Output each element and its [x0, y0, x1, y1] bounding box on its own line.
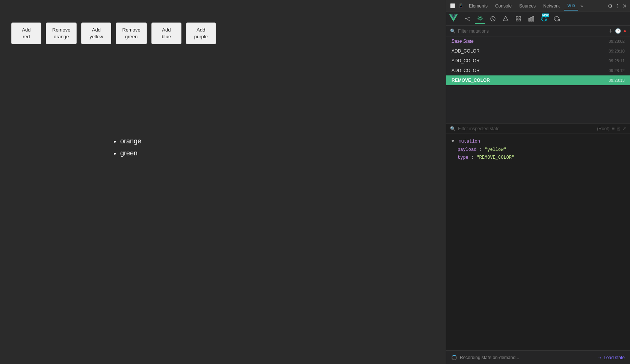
mutation-add-2[interactable]: ADD_COLOR 09:28:11 — [446, 56, 630, 66]
mutation-add-3[interactable]: ADD_COLOR 09:28:12 — [446, 66, 630, 75]
state-root-label: (Root) — [597, 126, 609, 131]
mutation-time-add3: 09:28:12 — [609, 68, 625, 73]
state-search-icon: 🔍 — [450, 126, 456, 131]
state-content: ▼ mutation payload : "yellow" type : "RE… — [446, 134, 630, 350]
add-red-button[interactable]: Addred — [11, 23, 41, 44]
state-search-bar: 🔍 (Root) ≡ ⎘ ⤢ — [446, 123, 630, 134]
mutation-name-add3: ADD_COLOR — [452, 68, 480, 73]
state-section: 🔍 (Root) ≡ ⎘ ⤢ ▼ mutation payload : "yel… — [446, 123, 630, 364]
copy-icon[interactable]: ⎘ — [617, 126, 620, 131]
mutation-tree-node: ▼ mutation payload : "yellow" type : "RE… — [452, 138, 625, 162]
svg-line-3 — [466, 18, 469, 19]
tab-network[interactable]: Network — [540, 2, 563, 10]
payload-value: "yellow" — [485, 147, 506, 152]
responsive-icon[interactable]: 📱 — [458, 3, 464, 9]
tree-arrow-mutation[interactable]: ▼ — [452, 139, 454, 144]
refresh-new-icon[interactable]: NEW — [539, 14, 549, 24]
devtools-more-icon[interactable]: ⋮ — [615, 3, 620, 9]
mutation-name-add2: ADD_COLOR — [452, 58, 480, 63]
vue-logo — [449, 14, 458, 24]
tab-console[interactable]: Console — [492, 2, 515, 10]
svg-point-1 — [468, 17, 470, 18]
mutation-time-add1: 09:28:10 — [609, 49, 625, 53]
load-state-arrow-icon: → — [597, 355, 602, 361]
load-state-button[interactable]: → Load state — [597, 355, 625, 361]
more-tabs-icon[interactable]: » — [580, 3, 583, 9]
devtools-close-icon[interactable]: ✕ — [622, 3, 627, 9]
color-list: orange green — [113, 135, 141, 159]
add-yellow-button[interactable]: Addyellow — [81, 23, 111, 44]
recording-bar: Recording state on-demand... → Load stat… — [446, 350, 630, 364]
svg-point-5 — [479, 17, 481, 19]
svg-rect-8 — [516, 17, 518, 18]
color-item-orange: orange — [120, 135, 141, 147]
settings-icon[interactable] — [513, 14, 524, 24]
type-value: "REMOVE_COLOR" — [476, 155, 514, 160]
inspect-element-icon[interactable]: ⬜ — [449, 3, 456, 9]
record-stop-icon[interactable]: ● — [623, 28, 626, 34]
vue-toolbar: NEW — [446, 12, 630, 26]
remove-orange-button[interactable]: Removeorange — [46, 23, 77, 44]
filter-icon[interactable]: ≡ — [612, 126, 615, 131]
svg-rect-12 — [529, 18, 530, 21]
mutations-toolbar-icons: ⬇ 🕐 ● — [609, 28, 626, 34]
remove-green-button[interactable]: Removegreen — [116, 23, 147, 44]
clock-icon[interactable]: 🕐 — [615, 28, 621, 34]
settings-gear-icon[interactable]: ⚙ — [608, 3, 613, 9]
devtools-panel: ⬜ 📱 Elements Console Sources Network Vue… — [446, 0, 630, 364]
add-blue-button[interactable]: Addblue — [151, 23, 181, 44]
svg-point-2 — [468, 20, 470, 21]
svg-marker-7 — [503, 16, 508, 21]
mutation-add-1[interactable]: ADD_COLOR 09:28:10 — [446, 46, 630, 56]
svg-point-0 — [465, 18, 466, 20]
mutation-name-base: Base State — [452, 39, 474, 44]
router-icon[interactable] — [500, 14, 511, 24]
tab-elements[interactable]: Elements — [466, 2, 491, 10]
svg-rect-14 — [533, 16, 534, 21]
chart-icon[interactable] — [526, 14, 536, 24]
payload-key: payload — [458, 147, 476, 152]
mutation-time-add2: 09:28:11 — [609, 59, 625, 63]
recording-text: Recording state on-demand... — [460, 355, 597, 360]
mutations-search-icon: 🔍 — [450, 29, 456, 34]
mutation-tree-children: payload : "yellow" type : "REMOVE_COLOR" — [452, 146, 625, 162]
state-toolbar-icons: ≡ ⎘ ⤢ — [612, 126, 626, 131]
add-purple-button[interactable]: Addpurple — [186, 23, 216, 44]
svg-rect-13 — [531, 17, 532, 21]
devtools-settings: ⚙ ⋮ ✕ — [608, 3, 627, 9]
mutation-base-state[interactable]: Base State 09:28:02 — [446, 36, 630, 46]
tab-sources[interactable]: Sources — [516, 2, 539, 10]
svg-rect-11 — [516, 19, 518, 21]
mutation-name-add1: ADD_COLOR — [452, 48, 480, 54]
svg-rect-10 — [519, 19, 521, 21]
type-key: type — [458, 155, 468, 160]
svg-rect-9 — [519, 17, 521, 18]
new-badge: NEW — [542, 14, 549, 17]
type-node: type : "REMOVE_COLOR" — [458, 154, 625, 162]
svg-line-4 — [466, 19, 469, 20]
devtools-tab-bar: ⬜ 📱 Elements Console Sources Network Vue… — [446, 0, 630, 12]
mutation-time-base: 09:28:02 — [609, 39, 625, 44]
mutation-name-remove: REMOVE_COLOR — [452, 78, 490, 83]
performance-icon[interactable] — [488, 14, 498, 24]
expand-icon[interactable]: ⤢ — [622, 126, 626, 131]
mutation-key: mutation — [458, 139, 480, 144]
mutations-filter-input[interactable] — [458, 29, 606, 34]
app-area: Addred Removeorange Addyellow Removegree… — [0, 0, 446, 364]
vuex-icon[interactable] — [475, 14, 485, 24]
download-icon[interactable]: ⬇ — [609, 28, 613, 34]
state-filter-input[interactable] — [458, 126, 593, 131]
load-state-label: Load state — [604, 355, 625, 360]
recording-spinner — [452, 355, 457, 360]
mutations-search-bar: 🔍 ⬇ 🕐 ● — [446, 26, 630, 36]
color-item-green: green — [120, 147, 141, 159]
payload-node: payload : "yellow" — [458, 146, 625, 154]
vue-refresh-icon[interactable] — [551, 14, 562, 24]
mutation-time-remove: 09:28:13 — [609, 78, 625, 83]
tab-vue[interactable]: Vue — [564, 2, 578, 11]
mutation-remove-selected[interactable]: REMOVE_COLOR 09:28:13 — [446, 75, 630, 85]
mutations-section: 🔍 ⬇ 🕐 ● Base State 09:28:02 ADD_COLOR 09… — [446, 26, 630, 123]
button-row: Addred Removeorange Addyellow Removegree… — [11, 23, 435, 44]
component-tree-icon[interactable] — [462, 14, 473, 24]
mutations-list: Base State 09:28:02 ADD_COLOR 09:28:10 A… — [446, 36, 630, 123]
